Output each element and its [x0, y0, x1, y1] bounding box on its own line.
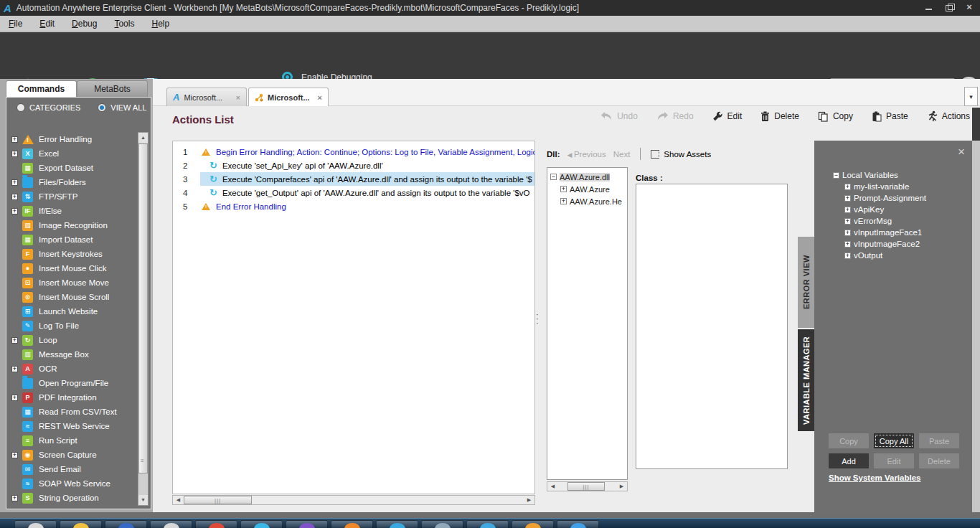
sidebar-item-files-folders[interactable]: +Files/Folders [6, 175, 137, 189]
radio-categories[interactable]: CATEGORIES [17, 103, 80, 112]
expand-icon[interactable]: + [560, 186, 567, 192]
previous-button[interactable]: ◀ Previous [567, 150, 606, 159]
close-button[interactable]: × [964, 2, 974, 12]
edit-button[interactable]: Edit [712, 111, 743, 122]
menu-tools[interactable]: Tools [105, 16, 143, 32]
next-button[interactable]: Next [613, 150, 631, 159]
sidebar-scrollbar[interactable]: ▲ ≡ ▼ [138, 132, 149, 506]
collapse-icon[interactable]: − [833, 172, 839, 179]
taskbar-folder[interactable] [60, 520, 102, 528]
dll-tree-node-aaw-azure-he[interactable]: +AAW.Azure.He [547, 195, 627, 207]
expand-icon[interactable]: + [11, 136, 18, 143]
sidebar-item-ocr[interactable]: +AOCR [6, 362, 137, 376]
sidebar-item-excel[interactable]: +XExcel [6, 146, 137, 161]
variable-my-list-variable[interactable]: +my-list-variable [830, 181, 926, 192]
menu-file[interactable]: File [0, 16, 31, 32]
sidebar-item-insert-keystrokes[interactable]: +FInsert Keystrokes [6, 247, 137, 261]
delete-button[interactable]: Delete [919, 453, 959, 468]
close-panel-icon[interactable]: × [958, 145, 965, 159]
taskbar-browser-red[interactable] [195, 520, 237, 528]
scroll-left-icon[interactable]: ◀ [174, 496, 183, 504]
document-tab-1[interactable]: AMicrosoft...× [166, 88, 247, 106]
sidebar-item-rest-web-service[interactable]: +≈REST Web Service [6, 419, 137, 433]
scroll-right-icon[interactable]: ▶ [524, 496, 534, 504]
document-tab-2[interactable]: Microsoft...× [248, 88, 329, 106]
sidebar-item-string-operation[interactable]: +SString Operation [6, 491, 137, 505]
action-row-5[interactable]: 5End Error Handling [173, 199, 534, 213]
scroll-up-icon[interactable]: ▲ [138, 133, 148, 143]
sidebar-item-message-box[interactable]: +▥Message Box [6, 347, 137, 362]
dll-tree-node-aaw-azure[interactable]: +AAW.Azure [547, 183, 627, 195]
sidebar-tab-commands[interactable]: Commands [6, 80, 77, 97]
sidebar-item-if-else[interactable]: +IFIf/Else [6, 204, 137, 218]
variable-vinputimageface1[interactable]: +vInputImageFace1 [830, 227, 926, 238]
menu-debug[interactable]: Debug [63, 16, 105, 32]
scroll-thumb[interactable]: ||| [567, 482, 605, 491]
actions-button[interactable]: Actions [927, 110, 970, 122]
variable-vinputmageface2[interactable]: +vInputmageFace2 [830, 238, 926, 250]
taskbar-start-orb[interactable] [14, 520, 57, 528]
sidebar-item-terminal-emulator[interactable]: +>Terminal Emulator [6, 505, 137, 507]
expand-icon[interactable]: + [844, 195, 851, 202]
edit-button[interactable]: Edit [874, 453, 914, 468]
expand-icon[interactable]: + [11, 395, 18, 401]
actions-hscrollbar[interactable]: ◀ ||| ▶ [172, 495, 535, 505]
taskbar-media-player[interactable] [105, 520, 147, 528]
expand-icon[interactable]: + [844, 218, 851, 225]
sidebar-item-pdf-integration[interactable]: +PPDF Integration [6, 390, 137, 405]
taskbar-app-purple[interactable] [286, 520, 328, 528]
expand-icon[interactable]: + [11, 495, 18, 501]
panel-splitter[interactable]: ··· [536, 312, 539, 325]
expand-icon[interactable]: + [11, 337, 18, 344]
expand-icon[interactable]: + [844, 253, 851, 259]
taskbar-app-blue[interactable] [466, 520, 509, 528]
dll-tree-hscrollbar[interactable]: ◀ ||| ▶ [547, 481, 628, 491]
sidebar-item-error-handling[interactable]: +Error Handling [6, 132, 137, 146]
copy-button[interactable]: Copy [818, 111, 853, 122]
menu-edit[interactable]: Edit [31, 16, 63, 32]
close-tab-icon[interactable]: × [318, 93, 322, 102]
radio-view-all[interactable]: VIEW ALL [98, 103, 146, 112]
action-row-2[interactable]: 2↻Execute 'set_Api_key' api of 'AAW.Azur… [173, 159, 534, 172]
sidebar-item-open-program-file[interactable]: +Open Program/File [6, 376, 137, 390]
scroll-right-icon[interactable]: ▶ [617, 482, 626, 491]
variable-vapikey[interactable]: +vApiKey [830, 204, 926, 215]
action-row-1[interactable]: 1Begin Error Handling; Action: Continue;… [173, 145, 534, 159]
menu-help[interactable]: Help [143, 16, 178, 32]
variable-verrormsg[interactable]: +vErrorMsg [830, 215, 926, 227]
expand-icon[interactable]: + [11, 452, 18, 458]
sidebar-item-import-dataset[interactable]: +▦Import Dataset [6, 232, 137, 247]
sidebar-item-launch-website[interactable]: +⊞Launch Website [6, 304, 137, 319]
taskbar-skype[interactable] [376, 520, 418, 528]
restore-button[interactable] [944, 2, 954, 12]
sidebar-item-insert-mouse-scroll[interactable]: +⊙Insert Mouse Scroll [6, 290, 137, 304]
taskbar-app-gray-blue[interactable] [421, 520, 463, 528]
tab-error-view[interactable]: ERROR VIEW [798, 237, 814, 328]
sidebar-item-insert-mouse-move[interactable]: +⊡Insert Mouse Move [6, 275, 137, 290]
variable-voutput[interactable]: +vOutput [830, 250, 926, 261]
show-system-variables-link[interactable]: Show System Variables [829, 473, 920, 482]
scroll-left-icon[interactable]: ◀ [548, 482, 557, 491]
sidebar-item-screen-capture[interactable]: +◉Screen Capture [6, 448, 137, 462]
scroll-down-icon[interactable]: ▼ [138, 495, 148, 505]
sidebar-item-export-dataset[interactable]: +▦Export Dataset [6, 161, 137, 175]
action-row-3[interactable]: 3↻Execute 'Comparefaces' api of 'AAW.Azu… [173, 172, 534, 186]
copy-button[interactable]: Copy [829, 433, 869, 448]
sidebar-item-run-script[interactable]: +≡Run Script [6, 433, 137, 448]
sidebar-item-log-to-file[interactable]: +✎Log To File [6, 319, 137, 333]
sidebar-item-send-email[interactable]: +✉Send Email [6, 462, 137, 476]
paste-button[interactable]: Paste [872, 111, 908, 122]
expand-icon[interactable]: + [844, 207, 851, 213]
expand-icon[interactable]: + [844, 184, 851, 190]
taskbar-internet-explorer[interactable] [557, 520, 599, 528]
redo-button[interactable]: Redo [656, 111, 694, 121]
sidebar-item-ftp-sftp[interactable]: +⇅FTP/SFTP [6, 189, 137, 204]
tab-variable-manager[interactable]: VARIABLE MANAGER [798, 329, 814, 431]
expand-icon[interactable]: + [11, 366, 18, 372]
expand-icon[interactable]: + [11, 179, 18, 186]
expand-icon[interactable]: + [844, 230, 851, 236]
sidebar-item-soap-web-service[interactable]: +≈SOAP Web Service [6, 476, 137, 491]
radio-icon[interactable] [98, 103, 106, 112]
copy-all-button[interactable]: Copy All [874, 433, 914, 448]
expand-icon[interactable]: + [560, 198, 567, 204]
